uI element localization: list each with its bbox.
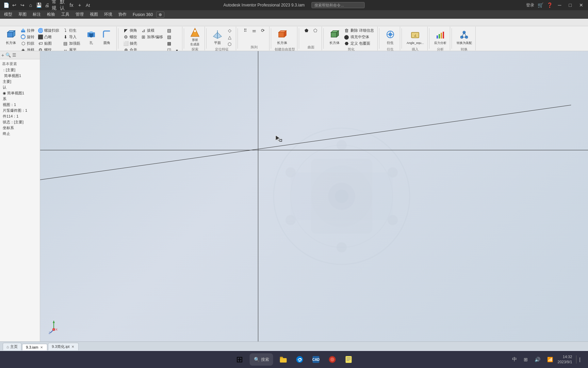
- btn-combine[interactable]: ⊕ 合并: [122, 47, 138, 51]
- menu-collab[interactable]: 协作: [116, 11, 129, 18]
- qat-save[interactable]: 💾: [35, 2, 42, 9]
- btn-decal[interactable]: 🏷 贴图: [36, 40, 61, 46]
- app-cad-btn[interactable]: CAD: [310, 353, 322, 366]
- btn-surf-a[interactable]: ⬟: [303, 27, 311, 33]
- tree-item-10[interactable]: 坐标系: [1, 125, 39, 131]
- menu-view[interactable]: 视图: [87, 11, 101, 18]
- tree-item-11[interactable]: 终止: [1, 131, 39, 137]
- btn-pos-b[interactable]: △: [226, 34, 234, 40]
- tree-item-9[interactable]: 状态：[主要]: [1, 119, 39, 125]
- btn-mod3c[interactable]: ▩: [165, 40, 173, 46]
- taskbar-clock[interactable]: 14:32 2023/9/1: [558, 354, 572, 365]
- btn-freeform-box[interactable]: 长方体: [275, 27, 290, 47]
- taskbar-network[interactable]: 📶: [545, 355, 555, 364]
- btn-delete-detail[interactable]: 🗑 删除 详细信息: [343, 27, 375, 33]
- help-icon[interactable]: ❓: [547, 2, 553, 8]
- user-login[interactable]: 登录: [526, 2, 534, 8]
- btn-array-a[interactable]: ⠿: [241, 27, 249, 33]
- btn-derive[interactable]: ⤵ 衍生: [61, 27, 82, 33]
- qat-fx[interactable]: fx: [68, 2, 75, 9]
- tree-item-7[interactable]: 片泵爆炸图：1: [1, 108, 39, 113]
- menu-inspect[interactable]: 检验: [44, 11, 58, 18]
- qat-add[interactable]: +: [76, 2, 83, 9]
- tab-93iam-close[interactable]: ✕: [39, 346, 44, 349]
- menu-annotation[interactable]: 标注: [30, 11, 44, 18]
- file-explorer-btn[interactable]: [277, 353, 290, 366]
- btn-mod3a[interactable]: ▧: [165, 27, 173, 33]
- tree-item-3[interactable]: 认: [1, 85, 39, 90]
- taskbar-show-desktop[interactable]: |: [576, 355, 583, 364]
- tree-item-1[interactable]: 简单视图1: [1, 73, 39, 79]
- tree-item-8[interactable]: 件114：1: [1, 113, 39, 119]
- qat-new[interactable]: 📄: [3, 2, 10, 9]
- tab-93ipt-close[interactable]: ✕: [71, 345, 75, 349]
- btn-shell[interactable]: ⬜ 抽壳: [122, 40, 138, 46]
- tree-item-5[interactable]: 系: [1, 96, 39, 102]
- menu-tools[interactable]: 工具: [59, 11, 72, 18]
- btn-chamfer[interactable]: ◤ 倒角: [122, 27, 138, 33]
- qat-home[interactable]: ⌂: [27, 2, 34, 9]
- btn-pos-c[interactable]: ⬡: [226, 41, 234, 47]
- qat-print[interactable]: 🖨: [44, 2, 50, 9]
- btn-pos-a[interactable]: ◇: [226, 27, 234, 33]
- taskbar-tray[interactable]: ⊞: [522, 355, 530, 364]
- btn-revolve[interactable]: 旋转: [19, 34, 36, 40]
- btn-array-b[interactable]: ⚌: [250, 27, 258, 33]
- menu-fusion[interactable]: Fusion 360: [130, 12, 156, 18]
- btn-draft[interactable]: ⊿ 拔模: [139, 27, 164, 33]
- btn-thicken[interactable]: ⊞ 加厚/偏移: [139, 34, 164, 40]
- btn-loft[interactable]: ◈ 放样: [19, 47, 36, 51]
- btn-emboss[interactable]: ⬛ 凸雕: [36, 34, 61, 40]
- btn-define-envelope[interactable]: ⬣ 定义 包覆面: [343, 40, 375, 46]
- minimize-btn[interactable]: ─: [556, 2, 564, 8]
- qat-mode[interactable]: 常规: [52, 2, 59, 9]
- btn-mod3d[interactable]: ◫: [165, 47, 173, 51]
- btn-convert-assm[interactable]: 转换为装配: [455, 27, 473, 47]
- btn-fillet[interactable]: 圆角: [99, 27, 114, 47]
- btn-plane[interactable]: 平面: [210, 27, 225, 47]
- btn-extrude[interactable]: 拉伸: [19, 27, 36, 33]
- btn-unfold[interactable]: ↔ 展平: [61, 47, 82, 51]
- app-red-btn[interactable]: [326, 353, 339, 366]
- qat-redo[interactable]: ↪: [19, 2, 26, 9]
- btn-hole[interactable]: 孔: [84, 27, 99, 47]
- close-btn[interactable]: ✕: [577, 2, 585, 8]
- btn-import[interactable]: ⬇ 导入: [61, 34, 82, 40]
- taskbar-ime[interactable]: 中: [510, 355, 519, 364]
- tree-item-2[interactable]: 主要]: [1, 79, 39, 85]
- btn-fill-hollow[interactable]: ⬤ 填充中空体: [343, 34, 375, 40]
- menu-model[interactable]: 模型: [1, 11, 15, 18]
- btn-thread[interactable]: ⚙ 螺纹: [36, 47, 61, 51]
- btn-surf-b[interactable]: ⬠: [311, 27, 320, 33]
- cart-icon[interactable]: 🛒: [538, 2, 543, 8]
- menu-manage[interactable]: 管理: [73, 11, 86, 18]
- menu-env[interactable]: 环境: [101, 11, 115, 18]
- edge-btn[interactable]: [294, 353, 306, 366]
- tab-93iam[interactable]: 9.3.iam ✕: [22, 344, 47, 350]
- viewport[interactable]: Z X: [40, 51, 588, 341]
- menu-sketch[interactable]: 草图: [16, 11, 29, 18]
- taskbar-volume[interactable]: 🔊: [533, 355, 542, 364]
- start-button[interactable]: ⊞: [233, 353, 246, 366]
- btn-box[interactable]: 长方体: [3, 27, 18, 47]
- btn-coil[interactable]: 🌀 螺旋扫掠: [36, 27, 61, 33]
- btn-shape-gen[interactable]: 形状生成器: [187, 27, 202, 47]
- sidebar-menu-btn[interactable]: ☰: [12, 52, 16, 58]
- search-taskbar-btn[interactable]: 🔍 搜索: [250, 353, 273, 366]
- tree-item-6[interactable]: 视图：1: [1, 102, 39, 108]
- search-box[interactable]: 搜索帮助和命令...: [311, 2, 364, 8]
- btn-sweep[interactable]: ⬡ 扫掠: [19, 40, 36, 46]
- btn-derive2[interactable]: 衍生: [383, 27, 398, 47]
- sidebar-search-btn[interactable]: 🔍: [5, 52, 11, 58]
- maximize-btn[interactable]: □: [567, 2, 574, 8]
- qat-undo[interactable]: ↩: [11, 2, 18, 9]
- app-note-btn[interactable]: [343, 353, 355, 366]
- qat-display[interactable]: 默认: [60, 2, 67, 9]
- btn-array-c[interactable]: ⟳: [259, 27, 267, 33]
- btn-modify-expand[interactable]: ▼: [174, 48, 180, 51]
- tree-item-4[interactable]: ◉ 简单视图1: [1, 90, 39, 96]
- btn-mod3b[interactable]: ▨: [165, 34, 173, 40]
- btn-simp-box[interactable]: 长方体: [327, 27, 342, 47]
- btn-stress[interactable]: 应力分析: [433, 27, 448, 47]
- btn-thread2[interactable]: ⚙ 螺纹: [122, 34, 138, 40]
